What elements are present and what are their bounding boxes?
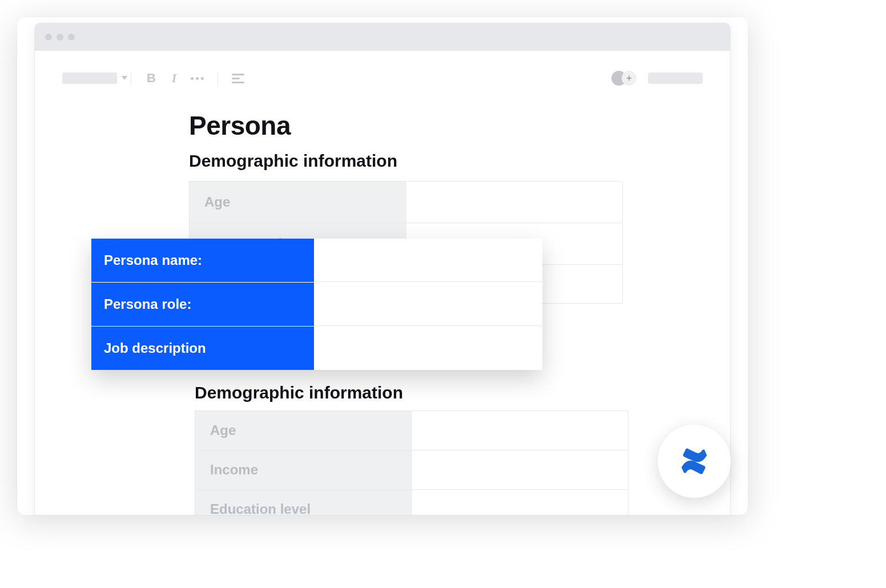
table-cell[interactable] — [412, 450, 628, 489]
toolbar-divider — [218, 71, 218, 85]
editor-toolbar: B I + — [62, 67, 703, 90]
table-row: Age — [190, 182, 622, 223]
table-row: Age — [195, 411, 628, 450]
primary-action-button[interactable] — [648, 73, 703, 84]
add-collaborator-button[interactable]: + — [622, 71, 637, 86]
table-row: Job description — [91, 326, 542, 370]
table-header-cell[interactable]: Persona name: — [91, 239, 314, 282]
table-header-cell[interactable]: Job description — [91, 327, 314, 370]
table-row: Income — [195, 450, 628, 489]
table-header-cell[interactable]: Age — [195, 411, 412, 450]
table-header-cell[interactable]: Income — [195, 450, 412, 489]
table-header-cell[interactable]: Persona role: — [91, 283, 314, 326]
window-dot-minimize[interactable] — [57, 34, 63, 41]
bold-button[interactable]: B — [145, 71, 158, 86]
align-left-button[interactable] — [232, 74, 244, 83]
table-cell[interactable] — [314, 283, 542, 326]
table-cell[interactable] — [412, 490, 628, 515]
page-title[interactable]: Persona — [189, 110, 623, 141]
toolbar-divider — [131, 71, 131, 85]
app-window-frame: B I + — [17, 17, 748, 515]
section-heading[interactable]: Demographic information — [189, 151, 623, 171]
more-formatting-button[interactable] — [191, 77, 204, 80]
table-cell[interactable] — [406, 182, 622, 223]
italic-button[interactable]: I — [168, 71, 180, 86]
text-style-select[interactable] — [62, 73, 117, 84]
table-row: Education level — [195, 489, 628, 515]
table-row: Persona name: — [91, 239, 542, 282]
window-dot-close[interactable] — [45, 34, 52, 41]
section-heading[interactable]: Demographic information — [195, 383, 629, 402]
document-body-lower[interactable]: Demographic information Age Income Educa… — [195, 383, 629, 515]
table-row: Persona role: — [91, 282, 542, 326]
table-header-cell[interactable]: Age — [190, 182, 406, 223]
table-cell[interactable] — [314, 239, 542, 282]
table-cell[interactable] — [314, 327, 542, 370]
table-cell[interactable] — [412, 411, 628, 450]
window-titlebar — [35, 23, 730, 51]
overlay-persona-table[interactable]: Persona name: Persona role: Job descript… — [91, 239, 542, 370]
table-header-cell[interactable]: Education level — [195, 490, 412, 515]
window-dot-maximize[interactable] — [68, 34, 75, 41]
collaborator-avatars[interactable]: + — [611, 71, 638, 86]
confluence-logo-badge — [658, 425, 731, 498]
confluence-icon — [678, 445, 710, 477]
demographic-table-bottom[interactable]: Age Income Education level — [195, 410, 629, 515]
